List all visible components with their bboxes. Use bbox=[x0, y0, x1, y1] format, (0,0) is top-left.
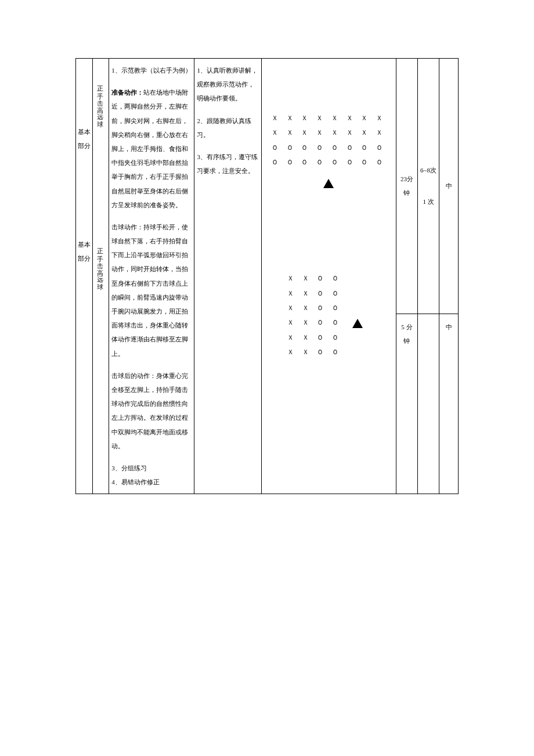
teacher-marker-icon bbox=[352, 319, 363, 328]
formation-1: Ｘ Ｘ Ｘ Ｘ Ｘ Ｘ Ｘ Ｘ Ｘ Ｘ Ｘ Ｘ Ｘ Ｘ Ｘ Ｘ Ｏ Ｏ Ｏ Ｏ … bbox=[264, 111, 394, 190]
hit-label: 击球动作： bbox=[111, 224, 143, 231]
prep-label: 准备动作： bbox=[111, 89, 143, 96]
reps-cell-1: 6~8次 1 次 bbox=[418, 59, 439, 314]
student-2: 2、跟随教师认真练习。 bbox=[197, 114, 258, 142]
time-cell-2: 5 分钟 bbox=[396, 314, 417, 494]
teacher-marker-icon bbox=[323, 179, 334, 188]
section-column: 基本部分 基本部分 bbox=[76, 59, 93, 494]
hit-text: 持球手松开，使球自然下落，右手持拍臂自下而上沿半弧形做回环引拍动作，同时开始转体… bbox=[111, 224, 188, 357]
teach-item3: 3、分组练习 bbox=[111, 461, 192, 475]
lesson-plan-table: 基本部分 基本部分 正手击高远球 正手击高远球 1、示范教学（以右手为例） 准备… bbox=[75, 58, 459, 494]
section-label-2: 基本部分 bbox=[77, 237, 91, 265]
content-label-2: 正手击高远球 bbox=[93, 243, 107, 285]
content-column: 正手击高远球 正手击高远球 bbox=[92, 59, 109, 494]
reps-cell-2 bbox=[418, 314, 439, 494]
teach-item4: 4、易错动作修正 bbox=[111, 475, 192, 489]
teaching-activity-cell: 1、示范教学（以右手为例） 准备动作：站在场地中场附近，两脚自然分开，左脚在前，… bbox=[109, 59, 194, 494]
after-text: 身体重心完全移至左脚上，持拍手随击球动作完成后的自然惯性向左上方挥动。在发球的过… bbox=[111, 372, 188, 449]
intensity-cell-2: 中 bbox=[439, 314, 459, 494]
formation-diagram-cell: Ｘ Ｘ Ｘ Ｘ Ｘ Ｘ Ｘ Ｘ Ｘ Ｘ Ｘ Ｘ Ｘ Ｘ Ｘ Ｘ Ｏ Ｏ Ｏ Ｏ … bbox=[261, 59, 396, 494]
time-cell-1: 23分钟 bbox=[396, 59, 417, 314]
teach-demo: 1、示范教学（以右手为例） bbox=[111, 63, 192, 77]
after-label: 击球后的动作： bbox=[111, 372, 156, 379]
section-label-1: 基本部分 bbox=[77, 125, 91, 153]
intensity-cell-1: 中 bbox=[439, 59, 459, 314]
student-3: 3、有序练习，遵守练习要求，注意安全。 bbox=[197, 150, 258, 178]
prep-text: 站在场地中场附近，两脚自然分开，左脚在前，脚尖对网，右脚在后，脚尖稍向右侧，重心… bbox=[111, 89, 188, 208]
content-label-1: 正手击高远球 bbox=[93, 81, 107, 123]
student-activity-cell: 1、认真听教师讲解，观察教师示范动作，明确动作要领。 2、跟随教师认真练习。 3… bbox=[194, 59, 261, 494]
student-1: 1、认真听教师讲解，观察教师示范动作，明确动作要领。 bbox=[197, 63, 258, 106]
formation-2: Ｘ Ｘ Ｏ Ｏ Ｘ Ｘ Ｏ Ｏ Ｘ Ｘ Ｏ Ｏ Ｘ Ｘ Ｏ Ｏ Ｘ Ｘ Ｏ Ｏ … bbox=[264, 271, 394, 359]
